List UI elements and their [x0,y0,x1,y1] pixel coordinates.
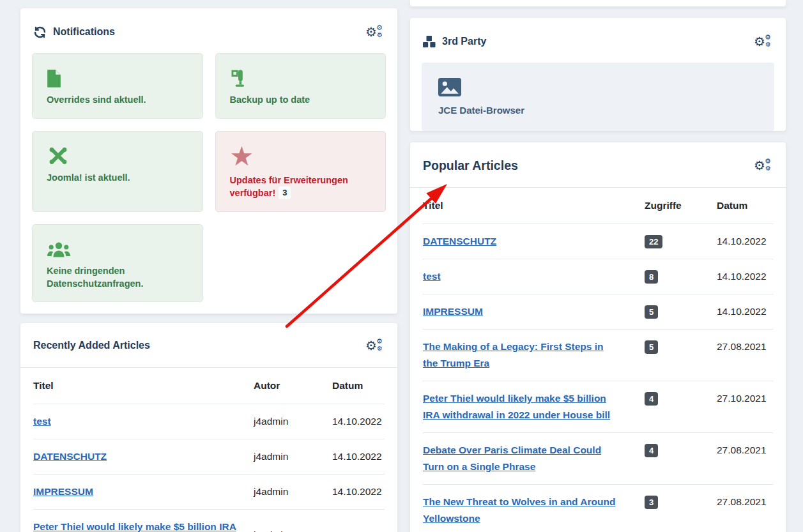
popular-card-header: Popular Articles ⚙⚙⚙ [410,142,786,188]
table-row: The Making of a Legacy: First Steps in t… [423,329,773,381]
article-author: j4admin [254,527,332,532]
col-header-titel: Titel [423,197,645,214]
star-icon: ★ [230,143,372,169]
jce-file-browser-tile[interactable]: JCE Datei-Browser [422,63,774,131]
article-date: 14.10.2022 [717,303,773,320]
article-date: 14.10.2022 [332,483,385,500]
users-icon [47,236,188,259]
left-column: Notifications ⚙⚙⚙ Overrides sind aktuell… [20,0,397,532]
table-row: IMPRESSUM 5 14.10.2022 [423,294,773,329]
joomla-icon [47,143,188,166]
hits-badge: 5 [645,340,658,354]
table-header-row: Titel Zugriffe Datum [423,188,773,224]
article-date: 14.10.2022 [332,448,385,465]
popular-card-title: Popular Articles [423,156,518,174]
notifications-card-header: Notifications ⚙⚙⚙ [20,8,397,53]
article-link[interactable]: Debate Over Paris Climate Deal Could Tur… [423,445,601,472]
cubes-icon [423,36,436,48]
update-count-badge: 3 [279,186,291,199]
hits-badge: 8 [645,270,658,284]
settings-gears-icon[interactable]: ⚙⚙⚙ [365,24,385,40]
tile-privacy-requests[interactable]: Keine dringenden Datenschutzanfragen. [32,224,203,303]
settings-gears-icon[interactable]: ⚙⚙⚙ [365,338,385,353]
partial-card-top [410,0,786,6]
tile-label: Keine dringenden Datenschutzanfragen. [47,264,188,291]
article-link[interactable]: test [33,416,51,427]
recent-card-title: Recently Added Articles [33,337,150,354]
hits-badge: 4 [645,392,658,406]
col-header-datum: Datum [332,377,385,394]
table-header-row: Titel Autor Datum [33,368,385,404]
backup-icon [230,65,372,88]
notification-tiles: Overrides sind aktuell. Backup up to dat… [20,53,397,314]
table-row: DATENSCHUTZ j4admin 14.10.2022 [33,439,385,474]
third-party-card: 3rd Party ⚙⚙⚙ JCE Datei-Browser [410,18,786,131]
right-column: 3rd Party ⚙⚙⚙ JCE Datei-Browser Popular … [410,0,786,532]
article-author: j4admin [254,483,332,500]
hits-badge: 5 [645,305,658,319]
tile-label: Backup up to date [230,93,372,106]
dashboard-layout: Notifications ⚙⚙⚙ Overrides sind aktuell… [0,0,803,532]
table-row: Peter Thiel would likely make $5 billion… [33,509,385,532]
table-row: Debate Over Paris Climate Deal Could Tur… [423,432,773,484]
tile-label: Overrides sind aktuell. [47,93,188,106]
col-header-datum: Datum [717,197,773,214]
settings-gears-icon[interactable]: ⚙⚙⚙ [754,158,773,173]
tile-label: Joomla! ist aktuell. [47,171,188,184]
third-party-card-title: 3rd Party [423,33,486,50]
table-row: test 8 14.10.2022 [423,259,773,294]
table-row: DATENSCHUTZ 22 14.10.2022 [423,224,773,259]
tile-label: Updates für Erweiterungen verfügbar!3 [230,174,372,200]
recent-articles-table: Titel Autor Datum test j4admin 14.10.202… [20,368,397,532]
article-link[interactable]: test [423,271,441,282]
article-date: 14.10.2022 [332,413,385,430]
col-header-zugriffe: Zugriffe [645,197,717,214]
notifications-card: Notifications ⚙⚙⚙ Overrides sind aktuell… [20,8,397,314]
popular-articles-table: Titel Zugriffe Datum DATENSCHUTZ 22 14.1… [410,188,786,532]
article-link[interactable]: IMPRESSUM [33,486,93,497]
settings-gears-icon[interactable]: ⚙⚙⚙ [754,34,773,49]
article-author: j4admin [254,413,332,430]
table-row: The New Threat to Wolves in and Around Y… [423,484,773,532]
table-row: test j4admin 14.10.2022 [33,404,385,439]
third-party-card-header: 3rd Party ⚙⚙⚙ [410,18,786,63]
article-link[interactable]: The New Threat to Wolves in and Around Y… [423,496,615,524]
article-link[interactable]: The Making of a Legacy: First Steps in t… [423,341,604,369]
article-link[interactable]: DATENSCHUTZ [33,451,107,462]
col-header-autor: Autor [254,377,332,394]
notifications-card-title: Notifications [33,24,115,40]
recent-card-header: Recently Added Articles ⚙⚙⚙ [20,323,397,368]
tile-backup[interactable]: Backup up to date [215,53,386,119]
article-date: 27.10.2021 [332,527,385,532]
table-row: IMPRESSUM j4admin 14.10.2022 [33,474,385,509]
hits-badge: 22 [645,235,662,248]
article-date: 14.10.2022 [717,268,773,285]
article-date: 27.08.2021 [717,494,773,510]
file-icon [47,65,188,88]
popular-articles-card: Popular Articles ⚙⚙⚙ Titel Zugriffe Datu… [410,142,786,532]
article-link[interactable]: IMPRESSUM [423,306,483,317]
hits-badge: 4 [645,444,658,457]
recently-added-articles-card: Recently Added Articles ⚙⚙⚙ Titel Autor … [20,323,397,532]
article-link[interactable]: DATENSCHUTZ [423,236,496,247]
article-link[interactable]: Peter Thiel would likely make $5 billion… [33,521,236,532]
article-date: 27.10.2021 [717,390,773,407]
article-date: 14.10.2022 [717,233,773,250]
article-date: 27.08.2021 [717,442,773,459]
hits-badge: 3 [645,496,658,509]
tile-overrides[interactable]: Overrides sind aktuell. [32,53,203,119]
col-header-titel: Titel [33,377,254,394]
table-row: Peter Thiel would likely make $5 billion… [423,381,773,432]
article-author: j4admin [254,448,332,465]
article-date: 27.08.2021 [717,338,773,355]
jce-tile-label: JCE Datei-Browser [438,105,758,116]
tile-joomla[interactable]: Joomla! ist aktuell. [32,131,203,212]
sync-icon [33,26,47,39]
image-icon [438,78,461,96]
tile-extension-updates[interactable]: ★ Updates für Erweiterungen verfügbar!3 [215,131,386,212]
article-link[interactable]: Peter Thiel would likely make $5 billion… [423,393,610,420]
